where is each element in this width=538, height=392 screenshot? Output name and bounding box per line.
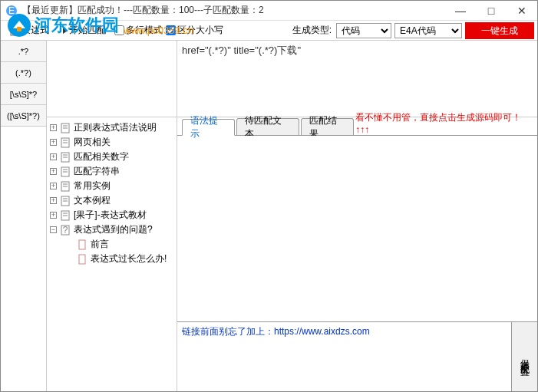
close-button[interactable]: ✕ <box>507 1 537 21</box>
save-config-button[interactable]: 保存本次配置 <box>511 322 537 391</box>
tab-source-text[interactable]: 待匹配文本 <box>236 118 299 135</box>
regex-tool-4[interactable]: ([\s\S]*?) <box>1 105 46 127</box>
tree-panel: +正则表达式语法说明 +网页相关 +匹配相关数字 +匹配字符串 +常用实例 +文… <box>47 41 177 391</box>
doc-icon <box>60 181 71 192</box>
content-panel: href="(.*?)" title="(.*?)下载" 语法提示 待匹配文本 … <box>177 41 537 391</box>
start-match-label: 开始匹配 <box>69 24 106 37</box>
tree-label: 匹配相关数字 <box>74 150 129 163</box>
document-icon <box>9 25 20 36</box>
tabs-row: 语法提示 待匹配文本 匹配结果 看不懂不用管，直接点击生成源码即可！↑↑↑ <box>177 117 537 136</box>
tree-label: 前言 <box>91 238 109 251</box>
tree-item-problems[interactable]: −?表达式遇到的问题? <box>47 222 177 237</box>
toolbar: 表达式 开始匹配 多行模式 区分大小写 生成类型: 代码 E4A代码 一键生成 <box>1 21 537 41</box>
expand-icon[interactable]: + <box>50 183 57 189</box>
page-icon <box>77 239 87 250</box>
gen-type-label: 生成类型: <box>292 24 332 37</box>
case-sensitive-checkbox[interactable]: 区分大小写 <box>166 24 223 37</box>
svg-rect-28 <box>79 240 85 249</box>
tree-label: 表达式过长怎么办! <box>91 252 167 265</box>
start-match-button[interactable]: 开始匹配 <box>58 22 111 39</box>
tree-item-strings[interactable]: +匹配字符串 <box>47 164 177 179</box>
doc-icon <box>60 166 71 177</box>
regex-tool-1[interactable]: .*? <box>1 41 46 62</box>
minimize-button[interactable]: — <box>445 1 476 21</box>
doc-icon <box>60 210 71 221</box>
title-bar: E 【最近更新】匹配成功！---匹配数量：100---子匹配数量：2 — □ ✕ <box>1 1 537 21</box>
app-icon: E <box>5 5 18 17</box>
tab-syntax-hint[interactable]: 语法提示 <box>182 119 235 136</box>
multiline-checkbox[interactable]: 多行模式 <box>114 24 163 37</box>
regex-tool-2[interactable]: (.*?) <box>1 62 46 84</box>
regex-tool-3[interactable]: [\s\S]*? <box>1 84 46 105</box>
expand-icon[interactable]: + <box>50 212 57 219</box>
multiline-label: 多行模式 <box>126 24 163 37</box>
main-area: .*? (.*?) [\s\S]*? ([\s\S]*?) +正则表达式语法说明… <box>1 41 537 391</box>
expand-spacer <box>67 255 74 262</box>
window-title: 【最近更新】匹配成功！---匹配数量：100---子匹配数量：2 <box>22 4 445 17</box>
gen-type-select[interactable]: 代码 <box>336 23 391 38</box>
note-area[interactable]: 链接前面别忘了加上：https://www.aixdzs.com <box>177 322 511 391</box>
window-controls: — □ ✕ <box>445 1 537 21</box>
case-sensitive-input[interactable] <box>166 25 176 35</box>
expression-label: 表达式 <box>21 24 49 37</box>
bottom-row: 链接前面别忘了加上：https://www.aixdzs.com 保存本次配置 <box>177 321 537 391</box>
tree-item-toolong[interactable]: 表达式过长怎么办! <box>64 252 177 266</box>
tree-item-preface[interactable]: 前言 <box>64 237 177 252</box>
maximize-button[interactable]: □ <box>476 1 507 21</box>
tree-item-examples[interactable]: +常用实例 <box>47 179 177 193</box>
tree-label: 网页相关 <box>74 136 111 149</box>
tree-item-textdemo[interactable]: +文本例程 <box>47 193 177 208</box>
tree-label: 表达式遇到的问题? <box>74 223 153 236</box>
help-icon: ? <box>60 225 71 236</box>
doc-icon <box>60 137 71 148</box>
tab-hint-text: 看不懂不用管，直接点击生成源码即可！↑↑↑ <box>355 111 533 135</box>
expand-spacer <box>67 241 74 248</box>
multiline-input[interactable] <box>114 25 124 35</box>
expression-button[interactable]: 表达式 <box>4 22 54 39</box>
regex-input[interactable]: href="(.*?)" title="(.*?)下载" <box>177 41 537 117</box>
content-area[interactable] <box>177 136 537 321</box>
tree-label: 正则表达式语法说明 <box>74 121 157 134</box>
tab-match-result[interactable]: 匹配结果 <box>301 118 354 135</box>
tree-label: 文本例程 <box>74 194 111 207</box>
expand-icon[interactable]: + <box>50 139 57 146</box>
syntax-tree: +正则表达式语法说明 +网页相关 +匹配相关数字 +匹配字符串 +常用实例 +文… <box>47 117 177 391</box>
tree-item-web[interactable]: +网页相关 <box>47 135 177 150</box>
collapse-icon[interactable]: − <box>50 226 57 233</box>
doc-icon <box>60 196 71 206</box>
tree-item-numbers[interactable]: +匹配相关数字 <box>47 150 177 164</box>
tree-top-spacer <box>47 41 177 117</box>
svg-text:?: ? <box>63 225 68 236</box>
tree-label: [果子]-表达式教材 <box>74 209 147 222</box>
expand-icon[interactable]: + <box>50 168 57 175</box>
tree-item-guozi[interactable]: +[果子]-表达式教材 <box>47 208 177 222</box>
page-icon <box>77 254 87 265</box>
tree-label: 常用实例 <box>74 180 111 193</box>
tree-label: 匹配字符串 <box>74 165 120 178</box>
expand-icon[interactable]: + <box>50 153 57 160</box>
play-icon <box>63 28 68 34</box>
tree-item-syntax[interactable]: +正则表达式语法说明 <box>47 120 177 135</box>
generate-button[interactable]: 一键生成 <box>465 22 534 39</box>
svg-rect-29 <box>79 255 85 264</box>
gen-format-select[interactable]: E4A代码 <box>394 23 462 38</box>
svg-text:E: E <box>8 5 15 16</box>
expand-icon[interactable]: + <box>50 124 57 131</box>
case-sensitive-label: 区分大小写 <box>177 24 223 37</box>
left-tool-column: .*? (.*?) [\s\S]*? ([\s\S]*?) <box>1 41 47 391</box>
expand-icon[interactable]: + <box>50 197 57 204</box>
doc-icon <box>60 123 71 133</box>
doc-icon <box>60 152 71 163</box>
